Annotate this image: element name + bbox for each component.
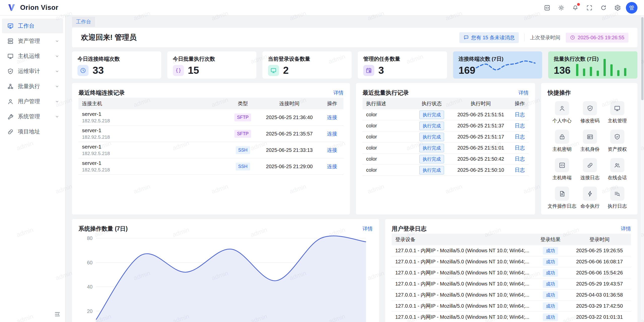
connection-time: 2025-06-25 21:29:00 <box>258 164 321 169</box>
batch-table-body: color执行完成2025-06-25 21:51:51日志color执行完成2… <box>363 109 529 176</box>
notifications-button[interactable] <box>570 2 581 14</box>
sidebar-item-cluster[interactable]: 批量执行 <box>2 79 63 94</box>
terminal-detail-link[interactable]: 详情 <box>333 89 343 96</box>
connect-link[interactable]: 连接 <box>327 164 337 169</box>
exec-time: 2025-06-25 21:50:10 <box>451 167 511 173</box>
batch-record-row: color执行完成2025-06-25 21:51:37日志 <box>363 120 529 131</box>
batch-record-row: color执行完成2025-06-25 21:51:01日志 <box>363 142 529 154</box>
shield-check-icon <box>610 130 624 144</box>
connection-type-badge: SSH <box>236 163 250 170</box>
middle-row: 最近终端连接记录 详情 连接主机 类型 连接时间 操作 server-1182.… <box>72 83 637 214</box>
terminal-record-row: server-1182.92.5.218SSH2025-06-25 21:29:… <box>78 158 343 175</box>
login-result-badge: 成功 <box>543 302 558 310</box>
page-scrollbar[interactable] <box>641 16 644 322</box>
sidebar-item-wrench[interactable]: 系统管理 <box>2 109 63 124</box>
quick-action-lock-3[interactable]: 主机密钥 <box>548 128 576 154</box>
host-name: server-1 <box>82 127 224 134</box>
terminal-table-header: 连接主机 类型 连接时间 操作 <box>78 98 343 109</box>
quick-action-id-card-4[interactable]: 主机身份 <box>576 128 603 154</box>
unread-messages-badge[interactable]: 您有 15 条未读消息 <box>459 32 519 43</box>
login-detail-link[interactable]: 详情 <box>621 225 631 232</box>
exec-time: 2025-06-25 21:51:37 <box>451 123 511 129</box>
sidebar-item-label: 用户管理 <box>18 98 55 105</box>
log-link[interactable]: 日志 <box>515 134 525 139</box>
sidebar-collapse-button[interactable] <box>53 310 62 318</box>
notification-dot <box>577 3 580 6</box>
login-log-row: 127.0.0.1 - 内网IP - Mozilla/5.0 (Windows … <box>392 245 631 256</box>
sidebar-item-dashboard[interactable]: 工作台 <box>2 19 63 33</box>
welcome-card: 欢迎回来! 管理员 您有 15 条未读消息 上次登录时间 2025-06-25 … <box>72 28 637 47</box>
sidebar-item-link[interactable]: 项目地址 <box>2 124 63 139</box>
quick-action-person-0[interactable]: 个人中心 <box>548 100 576 126</box>
svg-text:40: 40 <box>87 284 93 290</box>
wrench-icon <box>7 113 14 120</box>
file-icon <box>555 187 569 201</box>
login-time: 2025-05-29 19:43:57 <box>568 281 631 287</box>
quick-action-file-9[interactable]: 文件操作日志 <box>548 185 576 211</box>
exec-status-badge: 执行完成 <box>419 155 444 163</box>
ops-chart-detail-link[interactable]: 详情 <box>363 225 373 232</box>
login-result-badge: 成功 <box>543 280 558 288</box>
stat-value: 2 <box>283 65 289 76</box>
log-link[interactable]: 日志 <box>515 145 525 151</box>
sidebar-item-shield-check[interactable]: 运维审计 <box>2 64 63 79</box>
login-time: 2025-06-25 19:26:55 <box>568 248 631 254</box>
quick-action-monitor-2[interactable]: 主机管理 <box>604 100 631 126</box>
log-link[interactable]: 日志 <box>515 112 525 117</box>
stat-card-5: 批量执行次数 (7日)136 <box>548 51 637 79</box>
fullscreen-button[interactable] <box>584 2 595 14</box>
sidebar: 工作台资产管理主机运维运维审计批量执行用户管理系统管理项目地址 <box>0 16 65 322</box>
refresh-button[interactable] <box>598 2 609 14</box>
quick-action-lightning-10[interactable]: 命令执行 <box>576 185 603 211</box>
quick-action-shield-check-5[interactable]: 资产授权 <box>604 128 631 154</box>
theme-toggle-button[interactable] <box>555 2 567 14</box>
quick-action-link-7[interactable]: 连接日志 <box>576 157 603 183</box>
log-link[interactable]: 日志 <box>515 123 525 128</box>
quick-action-shield-check-1[interactable]: 修改密码 <box>576 100 603 126</box>
exec-description: color <box>363 156 413 162</box>
connect-link[interactable]: 连接 <box>327 131 337 136</box>
connect-link[interactable]: 连接 <box>327 115 337 120</box>
user-avatar[interactable]: 管 <box>626 2 637 14</box>
login-time: 2025-06-06 16:08:17 <box>568 259 631 265</box>
breadcrumb: 工作台 <box>72 16 637 28</box>
terminal-record-row: server-1182.92.5.218SSH2025-06-25 21:33:… <box>78 142 343 158</box>
exec-description: color <box>363 145 413 151</box>
quick-action-label: 命令执行 <box>580 203 599 209</box>
login-time: 2025-03-29 17:42:50 <box>568 303 631 309</box>
sidebar-item-monitor[interactable]: 主机运维 <box>2 49 63 63</box>
refresh-icon <box>600 5 607 11</box>
code-preview-button[interactable] <box>541 2 553 14</box>
quick-action-label: 主机管理 <box>608 118 627 124</box>
exec-status-badge: 执行完成 <box>419 133 444 141</box>
monitor-icon <box>268 65 279 76</box>
connect-link[interactable]: 连接 <box>327 147 337 153</box>
search-list-icon <box>610 187 624 201</box>
ops-chart-title: 系统操作数量 (7日) <box>78 225 128 233</box>
quick-panel-title: 快捷操作 <box>548 89 571 97</box>
sidebar-item-server[interactable]: 资产管理 <box>2 34 63 48</box>
batch-record-row: color执行完成2025-06-25 21:50:42日志 <box>363 154 529 165</box>
chevron-down-icon <box>55 84 60 89</box>
scrollbar-thumb[interactable] <box>641 17 643 100</box>
chevron-down-icon <box>55 99 60 104</box>
settings-button[interactable] <box>612 2 623 14</box>
breadcrumb-item-workbench[interactable]: 工作台 <box>72 17 95 27</box>
log-link[interactable]: 日志 <box>515 156 525 162</box>
mini-bar-chart <box>575 57 632 76</box>
batch-record-row: color执行完成2025-06-25 21:51:51日志 <box>363 109 529 120</box>
svg-text:20: 20 <box>87 308 93 314</box>
exec-description: color <box>363 167 413 173</box>
menu-fold-icon <box>54 311 61 317</box>
log-link[interactable]: 日志 <box>515 167 525 173</box>
sidebar-item-person[interactable]: 用户管理 <box>2 94 63 109</box>
quick-action-users-8[interactable]: 在线会话 <box>604 157 631 183</box>
sun-icon <box>558 5 565 11</box>
quick-action-search-list-11[interactable]: 执行日志 <box>604 185 631 211</box>
quick-action-label: 资产授权 <box>608 146 627 153</box>
quick-action-code-6[interactable]: 主机终端 <box>548 157 576 183</box>
host-ip: 182.92.5.218 <box>82 118 224 124</box>
batch-detail-link[interactable]: 详情 <box>518 89 529 96</box>
calendar-icon <box>363 65 374 76</box>
quick-action-label: 文件操作日志 <box>548 203 576 209</box>
